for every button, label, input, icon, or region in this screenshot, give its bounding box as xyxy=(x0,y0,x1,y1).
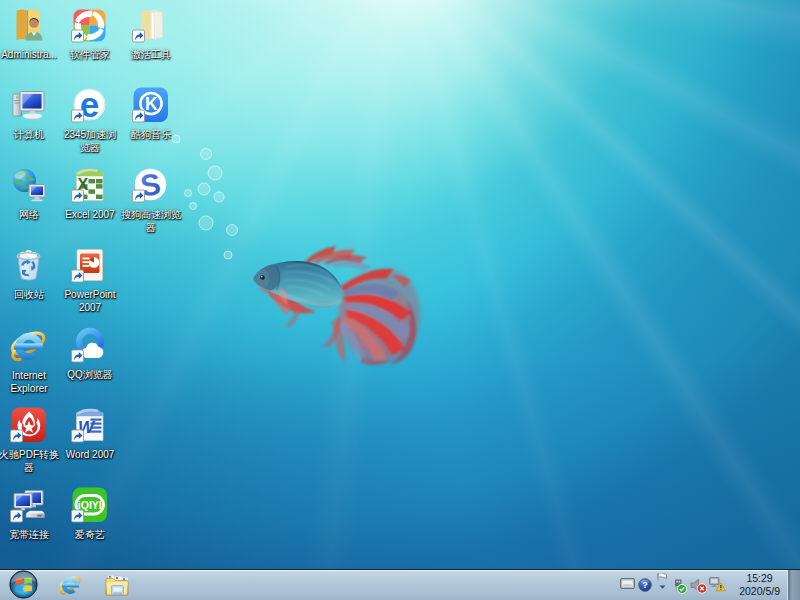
svg-text:K: K xyxy=(145,94,158,114)
svg-text:iQIYI: iQIYI xyxy=(78,499,102,511)
svg-text:?: ? xyxy=(642,580,648,590)
